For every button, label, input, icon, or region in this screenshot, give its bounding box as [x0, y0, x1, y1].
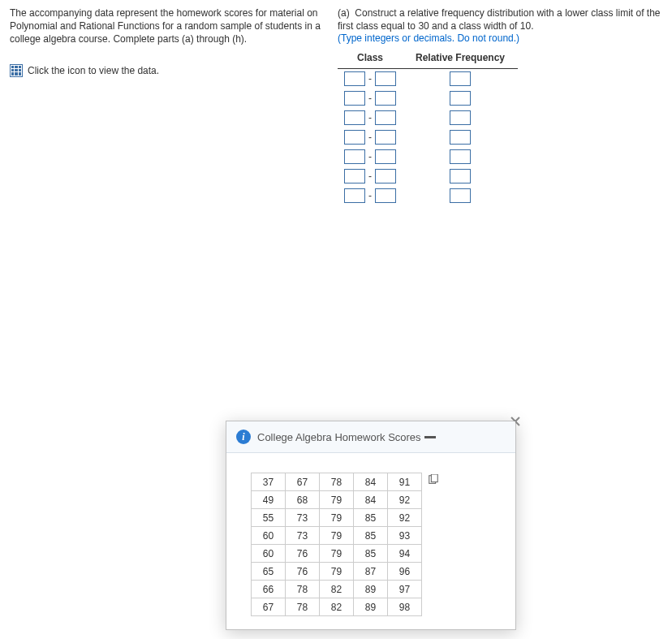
class-low-input[interactable] [344, 149, 365, 164]
class-high-input[interactable] [375, 91, 396, 106]
data-row: 6778828998 [252, 598, 422, 616]
freq-row: - [338, 89, 518, 108]
data-cell: 92 [388, 509, 422, 527]
data-row: 6576798796 [252, 563, 422, 581]
modal-header[interactable]: i College Algebra Homework Scores [226, 421, 515, 453]
frequency-table-body: - - - - - - - [338, 69, 518, 206]
data-cell: 93 [388, 527, 422, 545]
data-cell: 89 [354, 581, 388, 598]
modal-title: College Algebra Homework Scores [257, 431, 421, 443]
data-row: 4968798492 [252, 491, 422, 509]
data-cell: 78 [286, 581, 320, 598]
freq-row: - [338, 186, 518, 205]
data-cell: 78 [286, 598, 320, 616]
data-cell: 79 [320, 509, 354, 527]
intro-text: The accompanying data represent the home… [10, 6, 326, 46]
data-cell: 92 [388, 491, 422, 509]
copy-icon[interactable] [428, 474, 439, 486]
data-cell: 73 [286, 509, 320, 527]
range-separator: - [365, 151, 375, 162]
class-high-input[interactable] [375, 149, 396, 164]
data-cell: 82 [320, 581, 354, 598]
data-cell: 84 [354, 491, 388, 509]
data-cell: 60 [252, 545, 286, 563]
rel-freq-input[interactable] [450, 91, 471, 106]
data-cell: 79 [320, 545, 354, 563]
class-low-input[interactable] [344, 188, 365, 203]
range-separator: - [365, 93, 375, 104]
data-cell: 67 [252, 598, 286, 616]
rel-freq-input[interactable] [450, 130, 471, 145]
header-rel-freq: Relative Frequency [403, 49, 518, 69]
data-cell: 65 [252, 563, 286, 581]
frequency-table: Class Relative Frequency - - - - - - - [338, 49, 518, 205]
hint-text: (Type integers or decimals. Do not round… [338, 32, 662, 44]
data-cell: 96 [388, 563, 422, 581]
freq-row: - [338, 147, 518, 166]
data-cell: 49 [252, 491, 286, 509]
data-cell: 55 [252, 509, 286, 527]
data-table: 3767788491496879849255737985926073798593… [251, 473, 422, 616]
data-cell: 97 [388, 581, 422, 598]
minimize-icon[interactable] [424, 436, 436, 438]
data-cell: 60 [252, 527, 286, 545]
right-column: (a) Construct a relative frequency distr… [334, 6, 662, 205]
data-row: 5573798592 [252, 509, 422, 527]
left-column: The accompanying data represent the home… [10, 6, 334, 205]
data-cell: 78 [320, 473, 354, 491]
freq-row: - [338, 166, 518, 186]
rel-freq-input[interactable] [450, 149, 471, 164]
data-cell: 73 [286, 527, 320, 545]
range-separator: - [365, 132, 375, 143]
class-high-input[interactable] [375, 169, 396, 183]
range-separator: - [365, 171, 375, 182]
freq-row: - [338, 127, 518, 147]
data-cell: 85 [354, 545, 388, 563]
modal-body: 3767788491496879849255737985926073798593… [226, 453, 515, 629]
data-cell: 76 [286, 545, 320, 563]
class-high-input[interactable] [375, 130, 396, 145]
data-cell: 87 [354, 563, 388, 581]
data-cell: 84 [354, 473, 388, 491]
freq-row: - [338, 69, 518, 89]
rel-freq-input[interactable] [450, 188, 471, 203]
rel-freq-input[interactable] [450, 169, 471, 183]
data-modal: i College Algebra Homework Scores 376778… [226, 421, 516, 630]
data-cell: 79 [320, 491, 354, 509]
class-low-input[interactable] [344, 169, 365, 183]
class-high-input[interactable] [375, 71, 396, 86]
svg-rect-1 [431, 474, 437, 482]
data-cell: 76 [286, 563, 320, 581]
data-cell: 85 [354, 527, 388, 545]
data-cell: 68 [286, 491, 320, 509]
header-class: Class [338, 49, 403, 69]
class-low-input[interactable] [344, 71, 365, 86]
data-cell: 37 [252, 473, 286, 491]
class-low-input[interactable] [344, 91, 365, 106]
data-cell: 67 [286, 473, 320, 491]
data-grid-icon [10, 64, 23, 77]
view-data-link[interactable]: Click the icon to view the data. [10, 64, 326, 77]
data-row: 6678828997 [252, 581, 422, 598]
class-high-input[interactable] [375, 188, 396, 203]
data-cell: 91 [388, 473, 422, 491]
rel-freq-input[interactable] [450, 71, 471, 86]
data-cell: 82 [320, 598, 354, 616]
data-cell: 66 [252, 581, 286, 598]
data-row: 3767788491 [252, 473, 422, 491]
data-cell: 79 [320, 527, 354, 545]
class-low-input[interactable] [344, 110, 365, 125]
freq-row: - [338, 108, 518, 127]
class-low-input[interactable] [344, 130, 365, 145]
data-row: 6076798594 [252, 545, 422, 563]
view-data-label: Click the icon to view the data. [28, 65, 159, 76]
data-cell: 79 [320, 563, 354, 581]
class-high-input[interactable] [375, 110, 396, 125]
data-cell: 85 [354, 509, 388, 527]
question-a-text: (a) Construct a relative frequency distr… [338, 6, 662, 32]
rel-freq-input[interactable] [450, 110, 471, 125]
data-cell: 89 [354, 598, 388, 616]
range-separator: - [365, 112, 375, 123]
question-panel: The accompanying data represent the home… [0, 0, 672, 205]
data-cell: 94 [388, 545, 422, 563]
